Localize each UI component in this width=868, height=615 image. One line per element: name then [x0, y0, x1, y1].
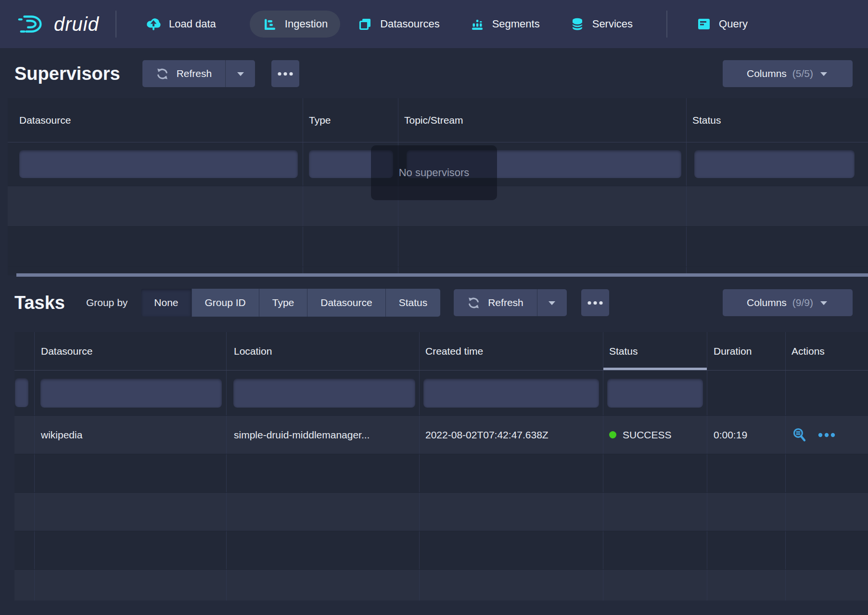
supervisors-title: Supervisors: [14, 64, 120, 84]
nav-item-label: Query: [719, 18, 748, 30]
group-by-status-button[interactable]: Status: [386, 289, 441, 317]
more-icon: [277, 72, 294, 76]
nav-item-label: Services: [592, 18, 633, 30]
status-label: SUCCESS: [623, 429, 672, 441]
tasks-more-button[interactable]: [581, 289, 609, 316]
table-row: [8, 227, 868, 267]
nav-item-query[interactable]: Query: [684, 11, 760, 38]
created-time-filter-input[interactable]: [423, 379, 599, 408]
nav-item-ingestion[interactable]: Ingestion: [250, 11, 340, 38]
druid-logo-icon: [17, 13, 47, 36]
datasource-filter-input[interactable]: [40, 379, 222, 408]
columns-label: Columns: [747, 297, 787, 308]
tasks-refresh-button[interactable]: Refresh: [454, 289, 537, 316]
location-filter-input[interactable]: [233, 379, 415, 408]
brand-name: druid: [54, 13, 99, 35]
actions-cell: [786, 416, 868, 454]
status-cell: SUCCESS: [603, 416, 707, 454]
supervisors-horizontal-scrollbar[interactable]: [16, 273, 868, 277]
column-header[interactable]: Status: [687, 98, 868, 142]
sliver-filter-input[interactable]: [15, 378, 28, 407]
layers-icon: [357, 16, 373, 32]
status-filter-input[interactable]: [607, 379, 703, 408]
group-by-group-id-button[interactable]: Group ID: [192, 289, 259, 317]
duration-cell: 0:00:19: [707, 416, 786, 454]
success-status-dot: [609, 431, 616, 438]
caret-down-icon: [819, 71, 829, 77]
column-header-sorted[interactable]: Status: [603, 332, 707, 370]
nav-item-datasources[interactable]: Datasources: [345, 11, 452, 38]
status-filter-input[interactable]: [694, 150, 855, 178]
supervisors-columns-button[interactable]: Columns (5/5): [723, 60, 853, 87]
top-nav: druid Load data: [0, 0, 868, 48]
nav-item-label: Datasources: [380, 18, 440, 30]
row-more-icon[interactable]: [818, 433, 836, 437]
column-header[interactable]: Actions: [786, 332, 868, 370]
refresh-icon: [156, 67, 169, 80]
column-header[interactable]: Datasource: [35, 332, 227, 370]
tasks-header-row: Datasource Location Created time Status …: [14, 332, 868, 371]
column-sliver: [14, 332, 35, 370]
column-header[interactable]: Created time: [420, 332, 603, 370]
tasks-table: Datasource Location Created time Status …: [14, 332, 868, 601]
empty-message: No supervisors: [399, 167, 470, 179]
druid-console: druid Load data: [0, 0, 868, 615]
druid-logo[interactable]: druid: [17, 13, 99, 36]
search-template-icon[interactable]: [791, 427, 807, 443]
tasks-filter-row: [14, 371, 868, 416]
location-cell: simple-druid-middlemanager...: [227, 416, 420, 454]
column-header[interactable]: Topic/Stream: [398, 98, 687, 142]
tasks-columns-button[interactable]: Columns (9/9): [723, 289, 853, 316]
nav-divider: [666, 11, 667, 38]
nav-item-load-data[interactable]: Load data: [133, 11, 229, 38]
caret-down-icon: [236, 71, 245, 77]
supervisors-empty-state: No supervisors: [371, 145, 497, 200]
group-by-datasource-button[interactable]: Datasource: [307, 289, 385, 317]
supervisors-header: Supervisors Refresh: [14, 60, 853, 88]
column-header[interactable]: Location: [227, 332, 420, 370]
columns-label: Columns: [747, 68, 787, 79]
nav-item-segments[interactable]: Segments: [457, 11, 552, 38]
database-icon: [570, 16, 585, 32]
refresh-label: Refresh: [488, 297, 523, 308]
refresh-icon: [467, 296, 480, 309]
group-by-segmented-control: None Group ID Type Datasource Status: [141, 289, 440, 317]
caret-down-icon: [819, 300, 829, 306]
group-by-label: Group by: [86, 297, 128, 308]
table-row: [14, 570, 868, 601]
cloud-upload-icon: [145, 16, 162, 32]
supervisors-more-button[interactable]: [271, 60, 299, 87]
table-row: [14, 531, 868, 570]
supervisors-header-row: Datasource Type Topic/Stream Status: [8, 98, 868, 142]
column-header[interactable]: Type: [303, 98, 398, 142]
gantt-chart-icon: [262, 16, 278, 32]
supervisors-refresh-dropdown[interactable]: [225, 60, 255, 87]
columns-count: (5/5): [792, 68, 813, 79]
datasource-filter-input[interactable]: [19, 150, 298, 178]
table-row: [14, 454, 868, 493]
column-header[interactable]: Duration: [707, 332, 786, 370]
column-header[interactable]: Datasource: [8, 98, 303, 142]
group-by-type-button[interactable]: Type: [259, 289, 308, 317]
columns-count: (9/9): [792, 297, 813, 308]
nav-item-label: Ingestion: [285, 18, 328, 30]
nav-item-services[interactable]: Services: [557, 11, 645, 38]
group-by-none-button[interactable]: None: [141, 289, 191, 317]
tasks-refresh-dropdown[interactable]: [537, 289, 567, 316]
nav-item-label: Load data: [169, 18, 216, 30]
datasource-cell: wikipedia: [35, 416, 227, 454]
table-row: [14, 493, 868, 531]
refresh-label: Refresh: [177, 68, 212, 79]
caret-down-icon: [547, 300, 557, 306]
more-icon: [587, 301, 603, 305]
nav-item-label: Segments: [492, 18, 540, 30]
stacked-bars-icon: [470, 16, 485, 32]
console-icon: [696, 16, 712, 32]
supervisors-refresh-button[interactable]: Refresh: [142, 60, 226, 87]
nav-divider: [115, 11, 116, 38]
tasks-title: Tasks: [14, 293, 65, 313]
created-time-cell: 2022-08-02T07:42:47.638Z: [420, 416, 603, 454]
task-row-wikipedia[interactable]: wikipedia simple-druid-middlemanager... …: [14, 416, 868, 454]
tasks-header: Tasks Group by None Group ID Type Dataso…: [14, 289, 853, 317]
